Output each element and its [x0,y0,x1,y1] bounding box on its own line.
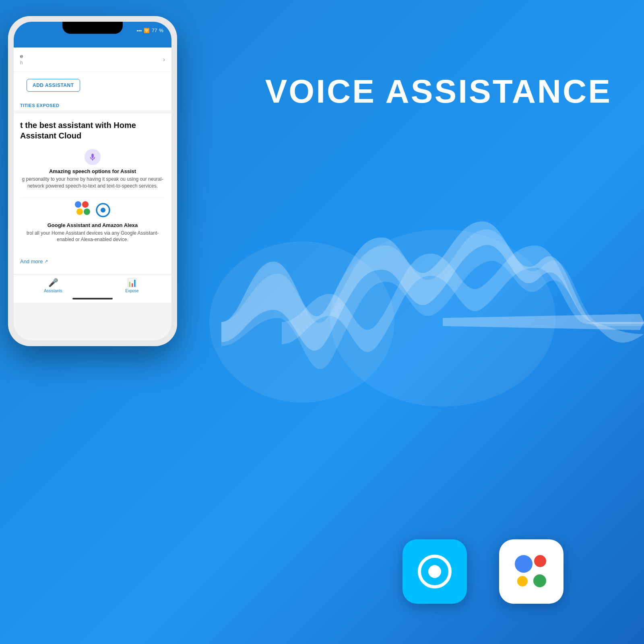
home-indicator [14,295,171,303]
google-assistant-icon [75,201,93,219]
tab-expose-icon: 📊 [127,278,137,287]
feature-ga-title: Google Assistant and Amazon Alexa [47,222,138,228]
ga-alexa-icons [75,201,110,219]
and-more-link[interactable]: And more ↗ [20,258,165,264]
external-link-icon: ↗ [44,259,48,264]
promo-section: t the best assistant with Home Assistant… [14,114,171,274]
tab-assistants[interactable]: 🎤 Assistants [14,278,93,293]
add-assistant-button[interactable]: ADD ASSISTANT [27,79,80,92]
svg-point-3 [101,208,105,213]
tab-bar: 🎤 Assistants 📊 Expose [14,274,171,295]
home-bar [72,298,113,299]
page-title: VOICE ASSISTANCE [265,72,612,110]
feature-speech-desc: g personality to your home by having it … [20,176,165,190]
add-assistant-section: ADD ASSISTANT [14,72,171,99]
tab-assistants-icon: 🎤 [48,278,58,287]
promo-title: t the best assistant with Home Assistant… [20,120,165,141]
tab-expose-label: Expose [125,289,138,293]
app-header [14,39,171,47]
feature-divider [20,198,165,198]
alexa-app-icon [402,539,467,604]
svg-point-5 [428,565,441,578]
app-icons-container [402,539,564,604]
status-bar: ▪▪▪ 🛜 77% [14,22,171,39]
signal-icon: ▪▪▪ [136,28,142,33]
battery-level: 77 [152,28,157,33]
phone-mockup: ▪▪▪ 🛜 77% e h › [8,16,177,346]
speech-icon-circle [85,149,101,165]
chevron-icon: › [163,56,165,63]
phone-frame: ▪▪▪ 🛜 77% e h › [8,16,177,346]
feature-speech-title: Amazing speech options for Assist [49,168,136,174]
row-label: e [20,53,23,59]
status-indicators: ▪▪▪ 🛜 77% [136,28,163,33]
wifi-icon: 🛜 [144,28,150,33]
assistant-row[interactable]: e h › [14,47,171,72]
feature-ga-alexa: Google Assistant and Amazon Alexa trol a… [20,201,165,244]
waveform-decoration [201,181,644,463]
feature-speech: Amazing speech options for Assist g pers… [20,149,165,190]
google-assistant-app-icon [499,539,564,604]
entities-label: TITIES EXPOSED [14,99,171,110]
section-divider [14,110,171,114]
tab-expose[interactable]: 📊 Expose [93,278,171,293]
and-more-text: And more [20,258,43,264]
tab-assistants-label: Assistants [44,289,62,293]
row-sub: h [20,60,23,66]
and-more-container: And more ↗ [20,251,165,268]
phone-screen: ▪▪▪ 🛜 77% e h › [14,22,171,341]
notch [62,22,123,34]
alexa-icon [96,203,110,217]
feature-ga-desc: trol all your Home Assistant devices via… [20,230,165,244]
